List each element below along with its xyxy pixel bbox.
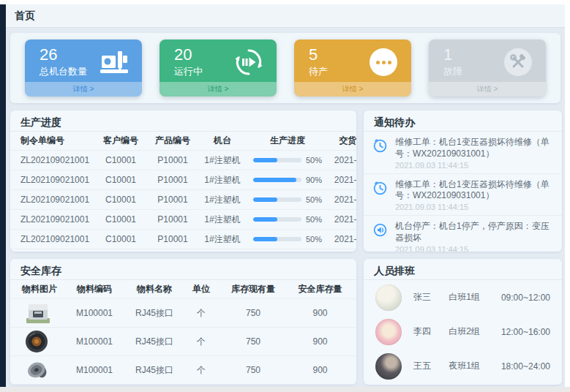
machine-name: 1#注塑机 <box>199 174 246 186</box>
stat-value: 26 <box>40 46 87 64</box>
order-no: ZL202109021001 <box>15 234 95 244</box>
person-time: 12:00~16:00 <box>501 327 550 337</box>
card-detail-link[interactable]: 详情 > <box>294 82 411 97</box>
unit: 个 <box>184 364 218 377</box>
customer-no: C10001 <box>95 155 146 165</box>
tab-bar: 首页 <box>6 4 565 28</box>
col-image: 物料图片 <box>15 283 64 295</box>
material-name: RJ45接口 <box>124 307 184 320</box>
col-stock: 库存现有量 <box>218 283 288 295</box>
customer-no: C10001 <box>95 234 146 244</box>
product-no: P10001 <box>146 195 199 205</box>
material-name: RJ45接口 <box>124 364 184 377</box>
stat-card-running[interactable]: 20 运行中 <box>160 39 277 97</box>
speaker-icon <box>372 221 389 252</box>
col-order: 制令单编号 <box>15 135 95 147</box>
person-row: 李四 白班2组 12:00~16:00 <box>364 314 562 349</box>
notification-text: 维修工单：机台1变压器损坏待维修（单号：WX202109031001） <box>395 179 555 203</box>
progress-label: 90% <box>306 176 322 184</box>
progress-bar <box>253 178 301 182</box>
panel-title: 生产进度 <box>10 110 356 132</box>
tab-home[interactable]: 首页 <box>15 10 35 23</box>
card-detail-link[interactable]: 详情 > <box>160 82 277 97</box>
col-customer: 客户编号 <box>95 135 146 147</box>
table-row: ZL202109021001 C10001 P10001 1#注塑机 50% 2… <box>10 210 356 230</box>
notification-time: 2021.09.03 11:44:15 <box>395 161 555 170</box>
notification-item[interactable]: 机台停产：机台1停产，停产原因：变压器损坏 2021.09.03 11:44:1… <box>364 216 562 252</box>
card-detail-link[interactable]: 详情 > <box>25 82 142 97</box>
window-bottom-edge <box>0 387 570 392</box>
personnel-panel: 人员排班 张三 白班1组 09:00~12:00 李四 白班2组 12:00~1… <box>364 259 562 385</box>
delivery-date: 2021-09-10 <box>329 234 356 244</box>
notification-time: 2021.09.03 11:44:15 <box>395 245 555 252</box>
card-detail-link[interactable]: 详情 > <box>429 82 546 97</box>
material-code: M100001 <box>64 308 124 318</box>
delivery-date: 2021-09-10 <box>329 175 356 185</box>
unit: 个 <box>184 307 218 320</box>
col-machine: 机台 <box>199 135 246 147</box>
person-name: 张三 <box>413 291 449 304</box>
avatar <box>375 319 402 345</box>
col-date: 交货日期 <box>329 135 356 147</box>
safety-qty: 900 <box>288 365 352 375</box>
clock-icon <box>372 137 389 170</box>
main-window: 首页 26 总机台数量 <box>6 0 565 387</box>
progress-bar <box>253 158 301 162</box>
collapsed-sidebar <box>0 4 6 387</box>
panel-title: 人员排班 <box>364 259 562 280</box>
customer-no: C10001 <box>95 175 146 185</box>
material-code: M100001 <box>64 336 124 347</box>
stat-value: 5 <box>309 46 328 64</box>
stat-value: 1 <box>443 46 462 64</box>
stat-card-total-machines[interactable]: 26 总机台数量 详情 > <box>25 39 142 97</box>
stock-qty: 750 <box>218 336 288 347</box>
table-row: ZL202109021001 C10001 P10001 1#注塑机 50% 2… <box>10 151 356 170</box>
col-product: 产品编号 <box>146 135 199 147</box>
table-row: M100001 RJ45接口 个 750 900 <box>10 328 356 356</box>
table-header: 制令单编号 客户编号 产品编号 机台 生产进度 交货日期 <box>10 132 356 151</box>
col-name: 物料名称 <box>124 283 184 295</box>
machine-name: 1#注塑机 <box>199 214 246 226</box>
stat-label: 运行中 <box>174 65 203 78</box>
notification-text: 维修工单：机台1变压器损坏待维修（单号：WX202109031001） <box>395 137 555 160</box>
person-name: 王五 <box>413 360 449 372</box>
machine-name: 1#注塑机 <box>199 154 246 167</box>
progress-label: 50% <box>306 195 322 204</box>
table-row: M100001 RJ45接口 个 750 900 <box>10 299 356 328</box>
order-no: ZL202109021001 <box>15 195 95 205</box>
progress-bar <box>253 217 301 222</box>
product-no: P10001 <box>146 234 199 244</box>
person-shift: 白班1组 <box>449 291 501 304</box>
avatar <box>375 353 402 380</box>
table-header: 物料图片 物料编码 物料名称 单位 库存现有量 安全库存量 <box>10 280 356 299</box>
stat-card-fault[interactable]: 1 故障 详情 <box>429 39 546 97</box>
notification-item[interactable]: 维修工单：机台1变压器损坏待维修（单号：WX202109031001） 2021… <box>364 132 562 174</box>
progress-bar <box>253 237 301 241</box>
production-progress-panel: 生产进度 制令单编号 客户编号 产品编号 机台 生产进度 交货日期 ZL2021… <box>10 110 356 252</box>
rj45-connector-image <box>15 302 64 325</box>
stock-qty: 750 <box>218 365 288 375</box>
stat-cards-panel: 26 总机台数量 详情 > <box>10 33 560 103</box>
stat-label: 总机台数量 <box>40 65 87 78</box>
person-time: 09:00~12:00 <box>501 293 550 303</box>
notification-item[interactable]: 维修工单：机台1变压器损坏待维修（单号：WX202109031001） 2021… <box>364 174 562 216</box>
machine-name: 1#注塑机 <box>199 233 246 246</box>
safety-qty: 900 <box>288 336 352 347</box>
col-progress: 生产进度 <box>246 135 329 147</box>
panel-title: 安全库存 <box>10 259 356 280</box>
progress-bar <box>253 197 301 202</box>
running-icon <box>233 46 265 78</box>
table-row: M100001 RJ45接口 个 750 900 <box>10 356 356 385</box>
person-row: 王五 夜班1组 18:00~24:00 <box>364 349 562 383</box>
safety-stock-panel: 安全库存 物料图片 物料编码 物料名称 单位 库存现有量 安全库存量 <box>10 259 356 385</box>
col-unit: 单位 <box>184 283 218 295</box>
tools-icon <box>502 46 534 78</box>
round-speaker-image <box>15 330 64 353</box>
stat-card-waiting[interactable]: 5 待产 详情 > <box>294 39 411 97</box>
order-no: ZL202109021001 <box>15 175 95 185</box>
unit: 个 <box>184 336 218 348</box>
person-shift: 白班2组 <box>449 325 501 338</box>
ellipsis-icon <box>367 46 400 78</box>
table-row: ZL202109021001 C10001 P10001 1#注塑机 50% 2… <box>10 230 356 249</box>
cone-speaker-image <box>15 358 64 382</box>
